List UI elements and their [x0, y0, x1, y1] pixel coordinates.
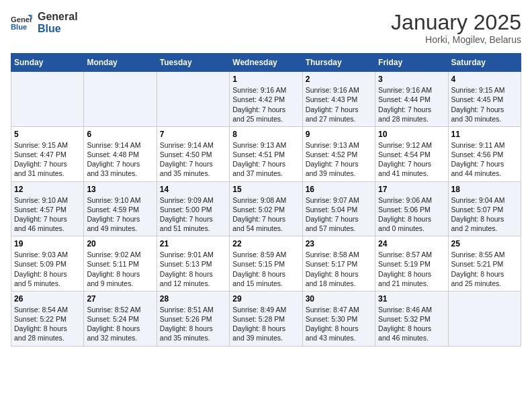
calendar-title: January 2025: [391, 11, 521, 34]
day-cell: [157, 72, 229, 127]
day-cell: 15Sunrise: 9:08 AM Sunset: 5:02 PM Dayli…: [230, 181, 302, 236]
day-cell: 11Sunrise: 9:11 AM Sunset: 4:56 PM Dayli…: [448, 126, 521, 181]
day-cell: 1Sunrise: 9:16 AM Sunset: 4:42 PM Daylig…: [230, 72, 302, 127]
day-number: 29: [232, 294, 299, 304]
day-cell: 22Sunrise: 8:59 AM Sunset: 5:15 PM Dayli…: [230, 236, 302, 291]
day-cell: 14Sunrise: 9:09 AM Sunset: 5:00 PM Dayli…: [157, 181, 229, 236]
day-cell: [448, 291, 521, 346]
day-cell: 26Sunrise: 8:54 AM Sunset: 5:22 PM Dayli…: [11, 291, 84, 346]
day-info: Sunrise: 9:04 AM Sunset: 5:07 PM Dayligh…: [451, 195, 518, 234]
day-cell: 20Sunrise: 9:02 AM Sunset: 5:11 PM Dayli…: [84, 236, 157, 291]
day-number: 31: [378, 294, 445, 304]
day-cell: 30Sunrise: 8:47 AM Sunset: 5:30 PM Dayli…: [302, 291, 375, 346]
day-cell: 5Sunrise: 9:15 AM Sunset: 4:47 PM Daylig…: [11, 126, 84, 181]
day-info: Sunrise: 9:06 AM Sunset: 5:06 PM Dayligh…: [378, 195, 445, 234]
day-number: 11: [451, 130, 518, 139]
calendar-subtitle: Horki, Mogilev, Belarus: [391, 34, 521, 45]
day-cell: 7Sunrise: 9:14 AM Sunset: 4:50 PM Daylig…: [157, 126, 229, 181]
day-number: 6: [87, 130, 153, 139]
day-number: 13: [87, 185, 153, 194]
weekday-header-sunday: Sunday: [11, 54, 84, 72]
day-cell: [84, 72, 157, 127]
day-info: Sunrise: 9:12 AM Sunset: 4:54 PM Dayligh…: [378, 140, 445, 179]
day-number: 12: [14, 185, 81, 194]
day-info: Sunrise: 9:03 AM Sunset: 5:09 PM Dayligh…: [14, 250, 81, 288]
day-number: 18: [451, 185, 518, 194]
day-cell: 23Sunrise: 8:58 AM Sunset: 5:17 PM Dayli…: [302, 236, 375, 291]
day-number: 26: [14, 294, 81, 304]
weekday-header-wednesday: Wednesday: [230, 54, 302, 72]
day-info: Sunrise: 8:47 AM Sunset: 5:30 PM Dayligh…: [306, 305, 372, 343]
day-cell: 8Sunrise: 9:13 AM Sunset: 4:51 PM Daylig…: [230, 126, 302, 181]
day-number: 16: [306, 185, 372, 194]
day-number: 28: [160, 294, 226, 304]
day-number: 30: [306, 294, 372, 304]
weekday-header-saturday: Saturday: [448, 54, 521, 72]
weekday-header-friday: Friday: [375, 54, 448, 72]
day-number: 22: [232, 239, 299, 248]
day-info: Sunrise: 8:57 AM Sunset: 5:19 PM Dayligh…: [378, 250, 445, 288]
day-info: Sunrise: 9:16 AM Sunset: 4:43 PM Dayligh…: [306, 85, 372, 124]
day-info: Sunrise: 9:15 AM Sunset: 4:47 PM Dayligh…: [14, 140, 81, 179]
day-number: 21: [160, 239, 226, 248]
day-info: Sunrise: 8:59 AM Sunset: 5:15 PM Dayligh…: [232, 250, 299, 288]
weekday-header-monday: Monday: [84, 54, 157, 72]
day-cell: 24Sunrise: 8:57 AM Sunset: 5:19 PM Dayli…: [375, 236, 448, 291]
day-cell: 10Sunrise: 9:12 AM Sunset: 4:54 PM Dayli…: [375, 126, 448, 181]
day-info: Sunrise: 9:01 AM Sunset: 5:13 PM Dayligh…: [160, 250, 226, 288]
svg-text:Blue: Blue: [11, 23, 27, 31]
day-info: Sunrise: 8:55 AM Sunset: 5:21 PM Dayligh…: [451, 250, 518, 288]
day-number: 24: [378, 239, 445, 248]
week-row-1: 1Sunrise: 9:16 AM Sunset: 4:42 PM Daylig…: [11, 72, 521, 127]
day-info: Sunrise: 8:51 AM Sunset: 5:26 PM Dayligh…: [160, 305, 226, 343]
day-info: Sunrise: 9:10 AM Sunset: 4:57 PM Dayligh…: [14, 195, 81, 234]
title-block: January 2025 Horki, Mogilev, Belarus: [391, 11, 521, 45]
weekday-header-tuesday: Tuesday: [157, 54, 229, 72]
day-cell: [11, 72, 84, 127]
weekday-header-thursday: Thursday: [302, 54, 375, 72]
day-cell: 3Sunrise: 9:16 AM Sunset: 4:44 PM Daylig…: [375, 72, 448, 127]
day-info: Sunrise: 9:15 AM Sunset: 4:45 PM Dayligh…: [451, 85, 518, 124]
day-number: 10: [378, 130, 445, 139]
weekday-header-row: SundayMondayTuesdayWednesdayThursdayFrid…: [11, 54, 521, 72]
day-cell: 13Sunrise: 9:10 AM Sunset: 4:59 PM Dayli…: [84, 181, 157, 236]
day-cell: 16Sunrise: 9:07 AM Sunset: 5:04 PM Dayli…: [302, 181, 375, 236]
week-row-4: 19Sunrise: 9:03 AM Sunset: 5:09 PM Dayli…: [11, 236, 521, 291]
day-info: Sunrise: 9:13 AM Sunset: 4:52 PM Dayligh…: [306, 140, 372, 179]
calendar-table: SundayMondayTuesdayWednesdayThursdayFrid…: [11, 53, 521, 346]
day-info: Sunrise: 8:49 AM Sunset: 5:28 PM Dayligh…: [232, 305, 299, 343]
day-cell: 17Sunrise: 9:06 AM Sunset: 5:06 PM Dayli…: [375, 181, 448, 236]
day-number: 8: [232, 130, 299, 139]
day-info: Sunrise: 9:14 AM Sunset: 4:48 PM Dayligh…: [87, 140, 153, 179]
day-cell: 2Sunrise: 9:16 AM Sunset: 4:43 PM Daylig…: [302, 72, 375, 127]
page-header: General Blue General Blue January 2025 H…: [11, 11, 521, 45]
day-number: 23: [306, 239, 372, 248]
day-cell: 4Sunrise: 9:15 AM Sunset: 4:45 PM Daylig…: [448, 72, 521, 127]
day-number: 27: [87, 294, 153, 304]
day-cell: 18Sunrise: 9:04 AM Sunset: 5:07 PM Dayli…: [448, 181, 521, 236]
day-number: 20: [87, 239, 153, 248]
day-number: 14: [160, 185, 226, 194]
day-cell: 6Sunrise: 9:14 AM Sunset: 4:48 PM Daylig…: [84, 126, 157, 181]
day-info: Sunrise: 8:54 AM Sunset: 5:22 PM Dayligh…: [14, 305, 81, 343]
day-number: 3: [378, 75, 445, 84]
logo-blue-text: Blue: [38, 23, 78, 35]
week-row-2: 5Sunrise: 9:15 AM Sunset: 4:47 PM Daylig…: [11, 126, 521, 181]
day-info: Sunrise: 9:13 AM Sunset: 4:51 PM Dayligh…: [232, 140, 299, 179]
day-cell: 29Sunrise: 8:49 AM Sunset: 5:28 PM Dayli…: [230, 291, 302, 346]
day-number: 25: [451, 239, 518, 248]
day-info: Sunrise: 9:09 AM Sunset: 5:00 PM Dayligh…: [160, 195, 226, 234]
day-number: 17: [378, 185, 445, 194]
day-info: Sunrise: 9:07 AM Sunset: 5:04 PM Dayligh…: [306, 195, 372, 234]
day-cell: 21Sunrise: 9:01 AM Sunset: 5:13 PM Dayli…: [157, 236, 229, 291]
day-info: Sunrise: 9:02 AM Sunset: 5:11 PM Dayligh…: [87, 250, 153, 288]
week-row-3: 12Sunrise: 9:10 AM Sunset: 4:57 PM Dayli…: [11, 181, 521, 236]
svg-text:General: General: [11, 15, 32, 24]
day-number: 7: [160, 130, 226, 139]
day-cell: 27Sunrise: 8:52 AM Sunset: 5:24 PM Dayli…: [84, 291, 157, 346]
day-info: Sunrise: 8:58 AM Sunset: 5:17 PM Dayligh…: [306, 250, 372, 288]
day-info: Sunrise: 9:14 AM Sunset: 4:50 PM Dayligh…: [160, 140, 226, 179]
day-info: Sunrise: 9:08 AM Sunset: 5:02 PM Dayligh…: [232, 195, 299, 234]
day-number: 1: [232, 75, 299, 84]
day-info: Sunrise: 9:16 AM Sunset: 4:42 PM Dayligh…: [232, 85, 299, 124]
